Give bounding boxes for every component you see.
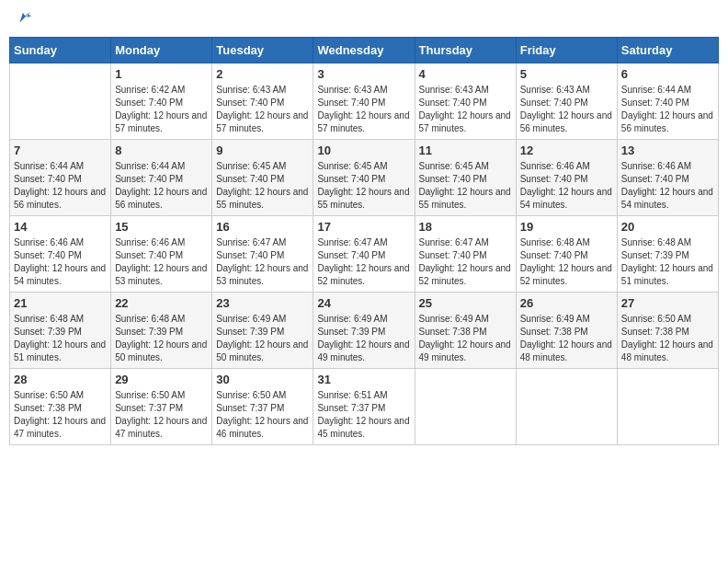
calendar-cell [415, 369, 516, 445]
day-number: 18 [419, 220, 512, 234]
calendar-cell [10, 63, 111, 140]
day-info: Sunrise: 6:49 AMSunset: 7:38 PMDaylight:… [520, 313, 613, 364]
day-info: Sunrise: 6:48 AMSunset: 7:39 PMDaylight:… [621, 236, 714, 288]
day-number: 14 [14, 220, 107, 234]
day-info: Sunrise: 6:45 AMSunset: 7:40 PMDaylight:… [419, 160, 512, 212]
day-info: Sunrise: 6:49 AMSunset: 7:39 PMDaylight:… [216, 313, 309, 364]
calendar-cell: 1Sunrise: 6:42 AMSunset: 7:40 PMDaylight… [111, 63, 212, 140]
day-info: Sunrise: 6:50 AMSunset: 7:37 PMDaylight:… [216, 389, 309, 441]
calendar-cell: 7Sunrise: 6:44 AMSunset: 7:40 PMDaylight… [10, 140, 111, 216]
day-info: Sunrise: 6:50 AMSunset: 7:38 PMDaylight:… [14, 389, 107, 441]
calendar-week-row: 7Sunrise: 6:44 AMSunset: 7:40 PMDaylight… [10, 140, 719, 216]
calendar-cell: 22Sunrise: 6:48 AMSunset: 7:39 PMDayligh… [111, 293, 212, 369]
calendar-cell: 18Sunrise: 6:47 AMSunset: 7:40 PMDayligh… [415, 216, 516, 293]
day-info: Sunrise: 6:45 AMSunset: 7:40 PMDaylight:… [317, 160, 410, 212]
day-number: 4 [419, 67, 512, 81]
day-info: Sunrise: 6:43 AMSunset: 7:40 PMDaylight:… [520, 84, 613, 135]
calendar-cell: 19Sunrise: 6:48 AMSunset: 7:40 PMDayligh… [516, 216, 617, 293]
day-number: 23 [216, 296, 309, 310]
calendar-cell: 15Sunrise: 6:46 AMSunset: 7:40 PMDayligh… [111, 216, 212, 293]
calendar-cell: 27Sunrise: 6:50 AMSunset: 7:38 PMDayligh… [617, 293, 718, 369]
day-number: 5 [520, 67, 613, 81]
calendar-cell: 2Sunrise: 6:43 AMSunset: 7:40 PMDaylight… [212, 63, 313, 140]
calendar-cell: 14Sunrise: 6:46 AMSunset: 7:40 PMDayligh… [10, 216, 111, 293]
calendar-week-row: 21Sunrise: 6:48 AMSunset: 7:39 PMDayligh… [10, 293, 719, 369]
day-info: Sunrise: 6:43 AMSunset: 7:40 PMDaylight:… [419, 84, 512, 135]
day-number: 17 [317, 220, 410, 234]
day-info: Sunrise: 6:49 AMSunset: 7:38 PMDaylight:… [419, 313, 512, 364]
logo [13, 9, 35, 29]
day-number: 27 [621, 296, 714, 310]
calendar-cell [516, 369, 617, 445]
day-number: 30 [216, 373, 309, 386]
calendar-week-row: 28Sunrise: 6:50 AMSunset: 7:38 PMDayligh… [10, 369, 719, 445]
day-number: 25 [419, 296, 512, 310]
day-info: Sunrise: 6:47 AMSunset: 7:40 PMDaylight:… [216, 236, 309, 288]
day-info: Sunrise: 6:44 AMSunset: 7:40 PMDaylight:… [115, 160, 208, 212]
day-info: Sunrise: 6:48 AMSunset: 7:40 PMDaylight:… [520, 236, 613, 288]
day-info: Sunrise: 6:46 AMSunset: 7:40 PMDaylight:… [520, 160, 613, 212]
calendar-cell: 26Sunrise: 6:49 AMSunset: 7:38 PMDayligh… [516, 293, 617, 369]
svg-marker-0 [19, 12, 31, 23]
calendar-cell: 8Sunrise: 6:44 AMSunset: 7:40 PMDaylight… [111, 140, 212, 216]
day-info: Sunrise: 6:43 AMSunset: 7:40 PMDaylight:… [216, 84, 309, 135]
day-info: Sunrise: 6:49 AMSunset: 7:39 PMDaylight:… [317, 313, 410, 364]
day-info: Sunrise: 6:42 AMSunset: 7:40 PMDaylight:… [115, 84, 208, 135]
calendar-week-row: 1Sunrise: 6:42 AMSunset: 7:40 PMDaylight… [10, 63, 719, 140]
calendar-cell: 28Sunrise: 6:50 AMSunset: 7:38 PMDayligh… [10, 369, 111, 445]
calendar-cell: 10Sunrise: 6:45 AMSunset: 7:40 PMDayligh… [313, 140, 415, 216]
calendar-cell: 23Sunrise: 6:49 AMSunset: 7:39 PMDayligh… [212, 293, 313, 369]
day-number: 13 [621, 144, 714, 157]
day-number: 31 [317, 373, 410, 386]
calendar-cell: 11Sunrise: 6:45 AMSunset: 7:40 PMDayligh… [415, 140, 516, 216]
column-header-saturday: Saturday [617, 38, 718, 63]
calendar-cell: 4Sunrise: 6:43 AMSunset: 7:40 PMDaylight… [415, 63, 516, 140]
day-number: 19 [520, 220, 613, 234]
logo-bird-icon [13, 9, 33, 29]
day-info: Sunrise: 6:46 AMSunset: 7:40 PMDaylight:… [621, 160, 714, 212]
calendar-cell: 29Sunrise: 6:50 AMSunset: 7:37 PMDayligh… [111, 369, 212, 445]
day-info: Sunrise: 6:44 AMSunset: 7:40 PMDaylight:… [621, 84, 714, 135]
day-number: 6 [621, 67, 714, 81]
calendar-header-row: SundayMondayTuesdayWednesdayThursdayFrid… [10, 38, 719, 63]
day-info: Sunrise: 6:48 AMSunset: 7:39 PMDaylight:… [115, 313, 208, 364]
calendar-cell: 3Sunrise: 6:43 AMSunset: 7:40 PMDaylight… [313, 63, 415, 140]
day-info: Sunrise: 6:47 AMSunset: 7:40 PMDaylight:… [317, 236, 410, 288]
day-number: 11 [419, 144, 512, 157]
calendar-week-row: 14Sunrise: 6:46 AMSunset: 7:40 PMDayligh… [10, 216, 719, 293]
calendar-cell: 16Sunrise: 6:47 AMSunset: 7:40 PMDayligh… [212, 216, 313, 293]
day-info: Sunrise: 6:44 AMSunset: 7:40 PMDaylight:… [14, 160, 107, 212]
day-info: Sunrise: 6:43 AMSunset: 7:40 PMDaylight:… [317, 84, 410, 135]
day-number: 24 [317, 296, 410, 310]
day-info: Sunrise: 6:46 AMSunset: 7:40 PMDaylight:… [115, 236, 208, 288]
day-number: 9 [216, 144, 309, 157]
column-header-friday: Friday [516, 38, 617, 63]
day-number: 12 [520, 144, 613, 157]
column-header-tuesday: Tuesday [212, 38, 313, 63]
calendar-cell: 9Sunrise: 6:45 AMSunset: 7:40 PMDaylight… [212, 140, 313, 216]
day-info: Sunrise: 6:46 AMSunset: 7:40 PMDaylight:… [14, 236, 107, 288]
day-number: 16 [216, 220, 309, 234]
day-number: 22 [115, 296, 208, 310]
day-number: 8 [115, 144, 208, 157]
day-number: 28 [14, 373, 107, 386]
calendar-cell: 17Sunrise: 6:47 AMSunset: 7:40 PMDayligh… [313, 216, 415, 293]
day-info: Sunrise: 6:50 AMSunset: 7:38 PMDaylight:… [621, 313, 714, 364]
calendar-cell: 24Sunrise: 6:49 AMSunset: 7:39 PMDayligh… [313, 293, 415, 369]
day-number: 20 [621, 220, 714, 234]
calendar-cell: 5Sunrise: 6:43 AMSunset: 7:40 PMDaylight… [516, 63, 617, 140]
day-info: Sunrise: 6:47 AMSunset: 7:40 PMDaylight:… [419, 236, 512, 288]
calendar-cell: 20Sunrise: 6:48 AMSunset: 7:39 PMDayligh… [617, 216, 718, 293]
calendar-cell: 31Sunrise: 6:51 AMSunset: 7:37 PMDayligh… [313, 369, 415, 445]
day-info: Sunrise: 6:45 AMSunset: 7:40 PMDaylight:… [216, 160, 309, 212]
day-number: 1 [115, 67, 208, 81]
calendar-cell [617, 369, 718, 445]
day-number: 7 [14, 144, 107, 157]
day-number: 29 [115, 373, 208, 386]
day-number: 21 [14, 296, 107, 310]
day-number: 3 [317, 67, 410, 81]
calendar-cell: 12Sunrise: 6:46 AMSunset: 7:40 PMDayligh… [516, 140, 617, 216]
calendar-cell: 30Sunrise: 6:50 AMSunset: 7:37 PMDayligh… [212, 369, 313, 445]
calendar-cell: 25Sunrise: 6:49 AMSunset: 7:38 PMDayligh… [415, 293, 516, 369]
calendar-cell: 21Sunrise: 6:48 AMSunset: 7:39 PMDayligh… [10, 293, 111, 369]
